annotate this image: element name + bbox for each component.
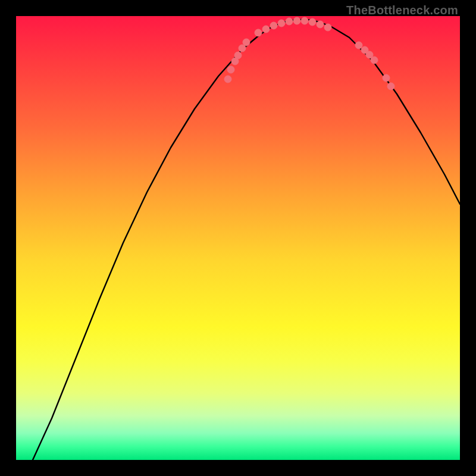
data-point [293,17,300,24]
chart-container: TheBottleneck.com [0,0,476,476]
data-point [324,24,331,31]
attribution-label: TheBottleneck.com [346,4,458,17]
data-point [355,42,362,49]
chart-plot-area [16,16,460,460]
data-point [371,57,378,64]
data-point [387,83,394,90]
data-point [309,18,316,26]
data-point [224,76,231,83]
markers-group [224,17,394,90]
data-point [278,20,285,27]
data-point [383,74,390,82]
data-point [243,39,250,46]
curve-path [33,20,460,460]
data-point [286,18,293,25]
data-point [227,66,234,73]
chart-svg [16,16,460,460]
data-point [255,29,262,36]
data-point [234,52,242,59]
data-point [301,17,308,24]
curve-group [33,20,460,460]
data-point [262,26,270,33]
data-point [270,22,277,29]
data-point [317,21,324,28]
